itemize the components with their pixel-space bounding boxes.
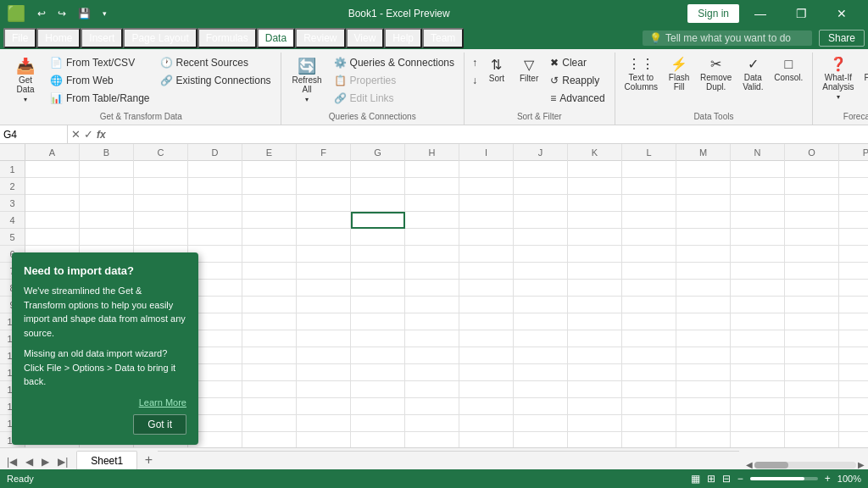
cell-J3[interactable] (514, 195, 568, 212)
normal-view-button[interactable]: ▦ (691, 473, 700, 485)
col-header-K[interactable]: K (568, 144, 622, 161)
cell-J7[interactable] (514, 263, 568, 280)
reapply-button[interactable]: ↺ Reapply (546, 72, 609, 89)
cell-M1[interactable] (676, 161, 731, 178)
cell-I10[interactable] (459, 313, 514, 330)
cell-G10[interactable] (351, 313, 405, 330)
cell-G7[interactable] (351, 263, 405, 280)
cell-M3[interactable] (676, 195, 731, 212)
col-header-D[interactable]: D (188, 144, 242, 161)
existing-connections-button[interactable]: 🔗 Existing Connections (156, 72, 275, 89)
cell-A4[interactable] (25, 212, 80, 229)
cell-N1[interactable] (731, 161, 785, 178)
cell-N14[interactable] (731, 381, 785, 398)
cell-D3[interactable] (188, 195, 242, 212)
cell-C3[interactable] (134, 195, 188, 212)
cell-I17[interactable] (459, 432, 514, 447)
cell-M14[interactable] (676, 381, 731, 398)
cell-L10[interactable] (622, 313, 676, 330)
cell-F9[interactable] (297, 297, 351, 313)
menu-item-insert[interactable]: Insert (81, 28, 123, 48)
cell-N11[interactable] (731, 330, 785, 347)
cell-N8[interactable] (731, 280, 785, 297)
horizontal-scrollbar[interactable] (754, 462, 856, 469)
cell-J5[interactable] (514, 229, 568, 246)
cell-J13[interactable] (514, 364, 568, 381)
cell-O16[interactable] (785, 415, 839, 432)
cell-H14[interactable] (405, 381, 459, 398)
cell-O17[interactable] (785, 432, 839, 447)
cell-N9[interactable] (731, 297, 785, 313)
cell-L8[interactable] (622, 280, 676, 297)
menu-item-help[interactable]: Help (384, 28, 422, 48)
cell-L11[interactable] (622, 330, 676, 347)
cell-G14[interactable] (351, 381, 405, 398)
last-sheet-button[interactable]: ▶| (54, 454, 71, 469)
cell-G9[interactable] (351, 297, 405, 313)
row-header-1[interactable]: 1 (0, 161, 25, 178)
cell-F10[interactable] (297, 313, 351, 330)
cell-E8[interactable] (242, 280, 297, 297)
clear-button[interactable]: ✖ Clear (546, 54, 609, 71)
cell-N5[interactable] (731, 229, 785, 246)
cell-J8[interactable] (514, 280, 568, 297)
cell-N10[interactable] (731, 313, 785, 330)
cell-E12[interactable] (242, 347, 297, 364)
cancel-formula-icon[interactable]: ✕ (71, 128, 81, 141)
row-header-3[interactable]: 3 (0, 195, 25, 212)
customize-qa-button[interactable]: ▾ (99, 8, 110, 19)
cell-F16[interactable] (297, 415, 351, 432)
cell-H15[interactable] (405, 398, 459, 415)
cell-J16[interactable] (514, 415, 568, 432)
cell-M12[interactable] (676, 347, 731, 364)
redo-button[interactable]: ↪ (54, 6, 70, 21)
edit-links-button[interactable]: 🔗 Edit Links (330, 90, 459, 107)
cell-F4[interactable] (297, 212, 351, 229)
cell-I1[interactable] (459, 161, 514, 178)
cell-M6[interactable] (676, 246, 731, 263)
cell-I16[interactable] (459, 415, 514, 432)
cell-F15[interactable] (297, 398, 351, 415)
cell-E16[interactable] (242, 415, 297, 432)
cell-H5[interactable] (405, 229, 459, 246)
cell-F11[interactable] (297, 330, 351, 347)
cell-O13[interactable] (785, 364, 839, 381)
cell-P10[interactable] (839, 313, 868, 330)
cell-B1[interactable] (80, 161, 134, 178)
cell-M9[interactable] (676, 297, 731, 313)
scroll-left-button[interactable]: ◀ (746, 460, 753, 469)
cell-H6[interactable] (405, 246, 459, 263)
cell-G2[interactable] (351, 178, 405, 195)
cell-H16[interactable] (405, 415, 459, 432)
col-header-H[interactable]: H (405, 144, 459, 161)
zoom-slider[interactable] (750, 477, 818, 480)
cell-G12[interactable] (351, 347, 405, 364)
menu-item-file[interactable]: File (3, 28, 36, 48)
next-sheet-button[interactable]: ▶ (38, 454, 53, 469)
cell-P17[interactable] (839, 432, 868, 447)
cell-M11[interactable] (676, 330, 731, 347)
cell-I12[interactable] (459, 347, 514, 364)
cell-E15[interactable] (242, 398, 297, 415)
cell-J6[interactable] (514, 246, 568, 263)
select-all-button[interactable] (0, 144, 25, 160)
cell-M2[interactable] (676, 178, 731, 195)
cell-F17[interactable] (297, 432, 351, 447)
filter-button[interactable]: ▽ Filter (514, 54, 544, 87)
cell-N13[interactable] (731, 364, 785, 381)
cell-F13[interactable] (297, 364, 351, 381)
menu-item-home[interactable]: Home (36, 28, 81, 48)
cell-I15[interactable] (459, 398, 514, 415)
cell-H10[interactable] (405, 313, 459, 330)
cell-J12[interactable] (514, 347, 568, 364)
data-validation-button[interactable]: ✓ DataValid. (737, 54, 768, 95)
cell-I11[interactable] (459, 330, 514, 347)
advanced-button[interactable]: ≡ Advanced (546, 90, 609, 107)
cell-J9[interactable] (514, 297, 568, 313)
cell-P8[interactable] (839, 280, 868, 297)
cell-K14[interactable] (568, 381, 622, 398)
cell-F5[interactable] (297, 229, 351, 246)
col-header-L[interactable]: L (622, 144, 676, 161)
tell-me-search[interactable]: 💡 Tell me what you want to do (643, 30, 812, 46)
insert-function-icon[interactable]: fx (97, 129, 106, 141)
